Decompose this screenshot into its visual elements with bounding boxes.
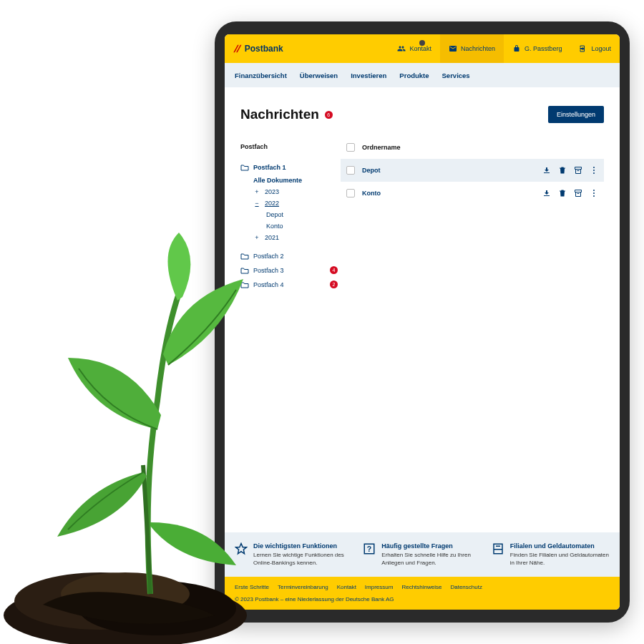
title-row: Nachrichten 6 Einstellungen (240, 106, 604, 123)
delete-icon[interactable] (558, 166, 567, 175)
svg-point-7 (593, 190, 595, 191)
row-checkbox[interactable] (346, 166, 355, 175)
nav-uberweisen[interactable]: Überweisen (300, 72, 338, 79)
folder-row-konto[interactable]: Konto (341, 182, 604, 205)
tablet-frame: // Postbank Kontakt Nachrichten G. Passt… (215, 21, 630, 623)
brand-logo[interactable]: // Postbank (225, 43, 283, 54)
tile-filialen[interactable]: Filialen und Geldautomaten Finden Sie Fi… (492, 542, 610, 567)
more-icon[interactable] (590, 166, 598, 175)
footer-link[interactable]: Datenschutz (450, 584, 482, 590)
star-icon (235, 542, 248, 555)
unread-badge: 6 (325, 111, 333, 119)
row-actions (542, 166, 598, 175)
nav-investieren[interactable]: Investieren (351, 72, 386, 79)
nav-finanzubersicht[interactable]: Finanzübersicht (235, 72, 287, 79)
postfach-4-badge: 2 (330, 280, 338, 288)
header-logout[interactable]: Logout (570, 34, 620, 63)
row-actions (542, 189, 598, 197)
header-nachrichten[interactable]: Nachrichten (440, 34, 504, 63)
folder-row-depot[interactable]: Depot (341, 159, 604, 182)
tablet-camera (419, 40, 425, 46)
info-tiles: Die wichtigsten Funktionen Lernen Sie wi… (225, 532, 620, 577)
archive-icon[interactable] (574, 189, 582, 197)
footer-link[interactable]: Terminvereinbarung (278, 584, 328, 590)
svg-point-9 (593, 195, 595, 197)
minus-icon: − (253, 200, 260, 207)
atm-icon (492, 542, 504, 555)
folder-icon (240, 267, 249, 274)
postfach-1-item[interactable]: Postfach 1 (240, 160, 341, 175)
row-name: Konto (362, 190, 535, 197)
footer-link[interactable]: Erste Schritte (235, 584, 269, 590)
folder-open-icon (240, 164, 249, 171)
row-name: Depot (362, 167, 535, 174)
postfach-2-item[interactable]: Postfach 2 (240, 249, 341, 263)
plus-icon: + (253, 188, 260, 195)
lock-user-icon (512, 44, 521, 53)
svg-point-1 (14, 572, 186, 630)
svg-point-8 (593, 192, 595, 194)
page-content: Nachrichten 6 Einstellungen Postfach Pos… (225, 87, 620, 532)
folder-icon (240, 253, 249, 260)
header-bar: // Postbank Kontakt Nachrichten G. Passt… (225, 34, 620, 63)
header-kontakt[interactable]: Kontakt (389, 34, 440, 63)
footer-link[interactable]: Rechtshinweise (401, 584, 441, 590)
svg-point-5 (593, 170, 595, 171)
page-title: Nachrichten (240, 107, 319, 122)
footer-copyright: © 2023 Postbank – eine Niederlassung der… (235, 596, 610, 602)
folder-table-header: Ordnername (341, 143, 604, 159)
question-icon: ? (363, 542, 376, 555)
logout-icon (579, 44, 587, 53)
postfach-4-item[interactable]: Postfach 4 2 (240, 278, 341, 292)
svg-point-3 (61, 572, 190, 615)
konto-leaf-item[interactable]: Konto (253, 220, 341, 232)
select-all-checkbox[interactable] (346, 143, 355, 152)
folder-icon (240, 281, 249, 288)
svg-text:?: ? (367, 545, 371, 553)
svg-point-4 (593, 167, 595, 168)
nav-produkte[interactable]: Produkte (399, 72, 429, 79)
footer-link[interactable]: Impressum (365, 584, 394, 590)
page-footer: Erste Schritte Terminvereinbarung Kontak… (225, 577, 620, 610)
depot-leaf-item[interactable]: Depot (253, 209, 341, 220)
postfach-3-badge: 4 (330, 266, 338, 274)
footer-link[interactable]: Kontakt (337, 584, 356, 590)
settings-button[interactable]: Einstellungen (548, 106, 604, 123)
more-icon[interactable] (590, 189, 598, 197)
tile-funktionen[interactable]: Die wichtigsten Funktionen Lernen Sie wi… (235, 542, 353, 567)
svg-point-0 (4, 583, 247, 644)
svg-point-6 (593, 172, 595, 174)
year-2021-item[interactable]: +2021 (253, 232, 341, 243)
plus-icon: + (253, 234, 260, 241)
people-icon (397, 44, 406, 53)
postfach-3-item[interactable]: Postfach 3 4 (240, 263, 341, 278)
footer-links: Erste Schritte Terminvereinbarung Kontak… (235, 584, 610, 590)
svg-point-2 (79, 581, 236, 635)
download-icon[interactable] (542, 166, 551, 175)
brand-slash-icon: // (233, 43, 243, 54)
archive-icon[interactable] (574, 166, 582, 175)
row-checkbox[interactable] (346, 189, 355, 197)
header-user[interactable]: G. Passtberg (504, 34, 571, 63)
alle-dokumente-item[interactable]: Alle Dokumente (253, 175, 341, 186)
download-icon[interactable] (542, 189, 551, 197)
mail-icon (449, 44, 457, 53)
app-screen: // Postbank Kontakt Nachrichten G. Passt… (225, 34, 620, 610)
folder-name-column: Ordnername (362, 144, 401, 151)
nav-services[interactable]: Services (442, 72, 470, 79)
year-2023-item[interactable]: +2023 (253, 186, 341, 197)
main-nav: Finanzübersicht Überweisen Investieren P… (225, 63, 620, 87)
brand-text: Postbank (245, 44, 283, 54)
folder-table: Ordnername Depot K (341, 143, 604, 532)
year-2022-item[interactable]: −2022 (253, 197, 341, 209)
mailbox-sidebar: Postfach Postfach 1 Alle Dokumente +2023… (240, 143, 341, 532)
sidebar-header: Postfach (240, 143, 341, 150)
tile-faq[interactable]: ? Häufig gestellte Fragen Erhalten Sie s… (363, 542, 481, 567)
delete-icon[interactable] (558, 189, 567, 197)
